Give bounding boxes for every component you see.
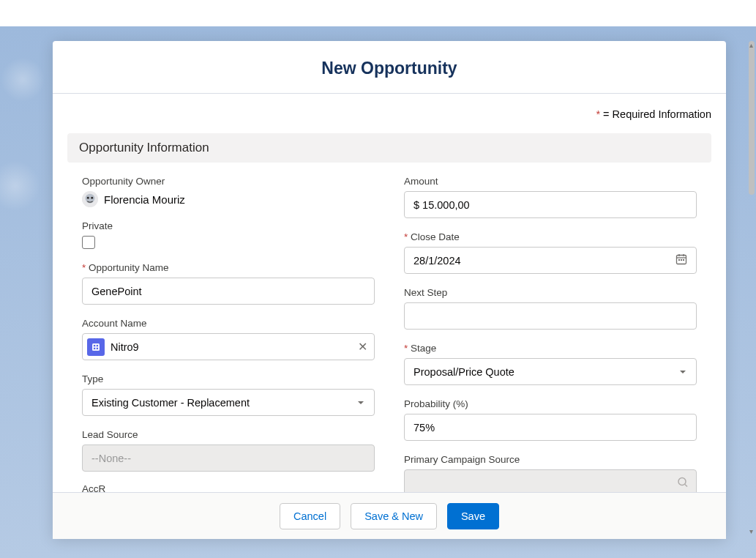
account-icon xyxy=(87,338,105,356)
field-stage: * Stage Proposal/Price Quote xyxy=(404,343,697,385)
close-date-value: 28/1/2024 xyxy=(413,255,461,267)
required-info-text: = Required Information xyxy=(603,108,711,120)
scrollbar-thumb[interactable] xyxy=(749,41,755,195)
private-label: Private xyxy=(82,220,375,231)
cancel-button[interactable]: Cancel xyxy=(280,503,340,529)
chevron-down-icon xyxy=(356,398,365,407)
primary-campaign-label: Primary Campaign Source xyxy=(404,454,697,465)
form-grid: Opportunity Owner Florencia Mouriz xyxy=(67,176,711,510)
owner-label: Opportunity Owner xyxy=(82,176,375,187)
owner-name: Florencia Mouriz xyxy=(104,193,185,206)
svg-rect-6 xyxy=(97,345,98,346)
owner-display: Florencia Mouriz xyxy=(82,191,375,207)
close-date-label-text: Close Date xyxy=(411,231,460,242)
save-button[interactable]: Save xyxy=(447,503,499,529)
private-checkbox[interactable] xyxy=(82,236,95,249)
type-select[interactable]: Existing Customer - Replacement xyxy=(82,389,375,416)
modal-footer: Cancel Save & New Save xyxy=(53,492,726,539)
type-label: Type xyxy=(82,373,375,384)
calendar-icon[interactable] xyxy=(675,253,687,267)
search-icon xyxy=(677,476,689,490)
modal-title: New Opportunity xyxy=(53,59,726,78)
lead-source-label: Lead Source xyxy=(82,429,375,440)
svg-rect-4 xyxy=(92,343,100,351)
clear-account-icon[interactable]: ✕ xyxy=(355,340,370,354)
chevron-down-icon xyxy=(678,368,687,376)
save-and-new-button[interactable]: Save & New xyxy=(351,503,437,529)
field-opportunity-name: * Opportunity Name xyxy=(82,262,375,305)
scroll-arrow-down-icon[interactable]: ▾ xyxy=(746,527,756,537)
modal-body: * = Required Information Opportunity Inf… xyxy=(53,94,726,539)
svg-rect-5 xyxy=(94,345,95,346)
field-next-step: Next Step xyxy=(404,287,697,330)
stage-select[interactable]: Proposal/Price Quote xyxy=(404,358,697,385)
lead-source-select[interactable]: --None-- xyxy=(82,444,375,472)
svg-rect-8 xyxy=(97,347,98,349)
field-account-name: Account Name Nitro9 ✕ xyxy=(82,318,375,360)
probability-input[interactable] xyxy=(404,414,697,441)
next-step-label: Next Step xyxy=(404,287,697,298)
lead-source-value: --None-- xyxy=(91,453,131,464)
astro-avatar-icon xyxy=(82,191,98,207)
required-star-icon: * xyxy=(82,262,86,273)
probability-label: Probability (%) xyxy=(404,398,697,409)
field-owner: Opportunity Owner Florencia Mouriz xyxy=(82,176,375,207)
type-value: Existing Customer - Replacement xyxy=(91,397,250,409)
left-column: Opportunity Owner Florencia Mouriz xyxy=(82,176,375,510)
modal-header: New Opportunity xyxy=(53,41,726,94)
required-star-icon: * xyxy=(596,108,600,120)
field-amount: Amount xyxy=(404,176,697,218)
right-column: Amount * Close Date 28/1/2024 xyxy=(404,176,697,510)
opportunity-name-label: * Opportunity Name xyxy=(82,262,375,273)
section-opportunity-information: Opportunity Information xyxy=(67,133,711,163)
svg-rect-7 xyxy=(94,347,95,349)
amount-input[interactable] xyxy=(404,191,697,218)
close-date-label: * Close Date xyxy=(404,231,697,242)
avatar xyxy=(82,191,98,207)
stage-value: Proposal/Price Quote xyxy=(413,366,514,378)
account-name-label: Account Name xyxy=(82,318,375,329)
opportunity-name-label-text: Opportunity Name xyxy=(89,262,169,273)
field-type: Type Existing Customer - Replacement xyxy=(82,373,375,416)
svg-point-2 xyxy=(87,197,89,199)
stage-label: * Stage xyxy=(404,343,697,354)
close-date-input[interactable]: 28/1/2024 xyxy=(404,247,697,274)
account-name-value: Nitro9 xyxy=(111,341,349,353)
svg-point-16 xyxy=(678,477,686,485)
svg-rect-13 xyxy=(678,259,680,261)
required-star-icon: * xyxy=(404,343,408,354)
svg-line-17 xyxy=(685,484,687,486)
scroll-arrow-up-icon[interactable]: ▴ xyxy=(746,41,756,51)
amount-label: Amount xyxy=(404,176,697,187)
field-private: Private xyxy=(82,220,375,249)
new-opportunity-modal: New Opportunity * = Required Information… xyxy=(53,41,726,539)
svg-point-3 xyxy=(91,197,93,199)
account-name-lookup[interactable]: Nitro9 ✕ xyxy=(82,333,375,360)
svg-rect-15 xyxy=(683,259,684,261)
required-info-note: * = Required Information xyxy=(67,94,711,133)
next-step-input[interactable] xyxy=(404,302,697,330)
required-star-icon: * xyxy=(404,231,408,242)
field-close-date: * Close Date 28/1/2024 xyxy=(404,231,697,274)
field-primary-campaign: Primary Campaign Source xyxy=(404,454,697,496)
field-probability: Probability (%) xyxy=(404,398,697,441)
opportunity-name-input[interactable] xyxy=(82,278,375,305)
stage-label-text: Stage xyxy=(411,343,436,354)
top-white-bar xyxy=(0,0,756,26)
svg-rect-14 xyxy=(681,259,682,261)
field-lead-source: Lead Source --None-- xyxy=(82,429,375,472)
